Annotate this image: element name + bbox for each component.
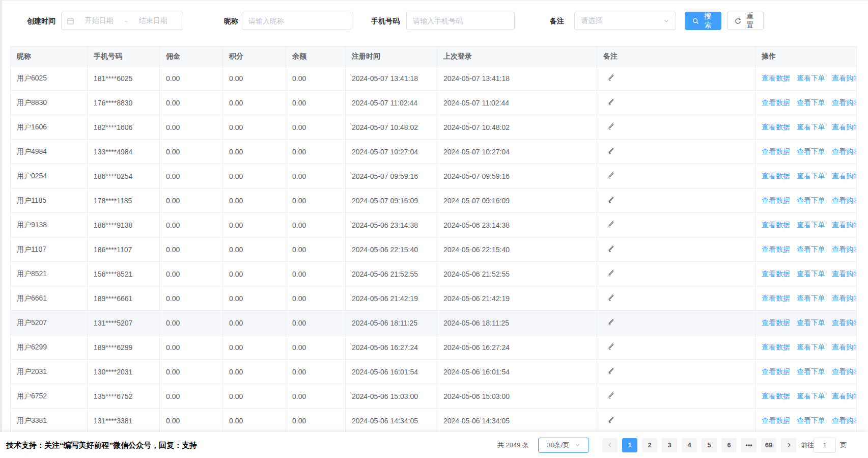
page-button-69[interactable]: 69: [761, 438, 776, 452]
create-time-range-picker[interactable]: 开始日期 - 结束日期: [61, 12, 183, 30]
view-order-link[interactable]: 查看下单: [797, 245, 825, 253]
remark-select-placeholder: 请选择: [581, 16, 602, 25]
page-button-5[interactable]: 5: [702, 438, 717, 452]
end-date-placeholder: 结束日期: [128, 16, 178, 25]
view-data-link[interactable]: 查看数据: [762, 416, 790, 424]
edit-remark-icon[interactable]: [607, 270, 614, 277]
edit-remark-icon[interactable]: [607, 196, 614, 203]
view-cart-link[interactable]: 查看购物车: [832, 196, 857, 204]
reset-button[interactable]: 重置: [727, 12, 764, 30]
view-order-link[interactable]: 查看下单: [797, 196, 825, 204]
view-cart-link[interactable]: 查看购物车: [832, 98, 857, 106]
table-row: 用户6025181****60250.000.000.002024-05-07 …: [11, 66, 857, 91]
view-order-link[interactable]: 查看下单: [797, 147, 825, 155]
page-button-3[interactable]: 3: [662, 438, 677, 452]
edit-remark-icon[interactable]: [607, 318, 614, 326]
view-cart-link[interactable]: 查看购物车: [832, 147, 857, 155]
view-order-link[interactable]: 查看下单: [797, 221, 825, 229]
edit-remark-icon[interactable]: [607, 172, 614, 179]
view-data-link[interactable]: 查看数据: [762, 318, 790, 327]
view-data-link[interactable]: 查看数据: [762, 123, 790, 131]
view-order-link[interactable]: 查看下单: [797, 123, 825, 131]
view-data-link[interactable]: 查看数据: [762, 172, 790, 180]
goto-page-input[interactable]: [814, 438, 836, 453]
edit-remark-icon[interactable]: [607, 123, 614, 130]
edit-remark-icon[interactable]: [607, 294, 614, 301]
nickname-input[interactable]: [242, 12, 351, 30]
table-row: 用户6752135****67520.000.000.002024-05-06 …: [11, 384, 857, 409]
view-cart-link[interactable]: 查看购物车: [832, 123, 857, 131]
view-order-link[interactable]: 查看下单: [797, 172, 825, 180]
view-data-link[interactable]: 查看数据: [762, 343, 790, 351]
view-order-link[interactable]: 查看下单: [797, 343, 825, 351]
page-button-4[interactable]: 4: [682, 438, 697, 452]
view-order-link[interactable]: 查看下单: [797, 98, 825, 106]
edit-remark-icon[interactable]: [607, 392, 614, 399]
column-header-points: 积分: [223, 47, 286, 66]
view-cart-link[interactable]: 查看购物车: [832, 74, 857, 82]
view-cart-link[interactable]: 查看购物车: [832, 343, 857, 351]
view-cart-link[interactable]: 查看购物车: [832, 367, 857, 375]
edit-remark-icon[interactable]: [607, 416, 614, 423]
view-data-link[interactable]: 查看数据: [762, 74, 790, 82]
prev-page-button[interactable]: [602, 438, 618, 452]
search-button-label: 搜索: [702, 12, 714, 30]
column-header-balance: 余额: [286, 47, 346, 66]
view-order-link[interactable]: 查看下单: [797, 270, 825, 278]
view-cart-link[interactable]: 查看购物车: [832, 270, 857, 278]
edit-remark-icon[interactable]: [607, 343, 614, 350]
view-data-link[interactable]: 查看数据: [762, 147, 790, 155]
view-order-link[interactable]: 查看下单: [797, 392, 825, 400]
page-button-1[interactable]: 1: [622, 438, 637, 452]
create-time-label: 创建时间: [27, 12, 55, 30]
cell-balance: 0.00: [286, 311, 346, 335]
view-data-link[interactable]: 查看数据: [762, 270, 790, 278]
page-button-2[interactable]: 2: [642, 438, 657, 452]
view-data-link[interactable]: 查看数据: [762, 367, 790, 375]
cell-remark: [597, 115, 755, 140]
nickname-label: 昵称: [224, 12, 238, 30]
page-button-6[interactable]: 6: [721, 438, 737, 452]
edit-remark-icon[interactable]: [607, 367, 614, 374]
left-scrollbar[interactable]: [0, 1, 2, 458]
table-row: 用户6661189****66610.000.000.002024-05-06 …: [11, 286, 857, 311]
view-data-link[interactable]: 查看数据: [762, 392, 790, 400]
search-button[interactable]: 搜索: [685, 12, 721, 30]
view-order-link[interactable]: 查看下单: [797, 318, 825, 327]
remark-select[interactable]: 请选择: [574, 12, 676, 30]
view-cart-link[interactable]: 查看购物车: [832, 392, 857, 400]
refresh-icon: [735, 18, 741, 24]
view-order-link[interactable]: 查看下单: [797, 416, 825, 424]
view-data-link[interactable]: 查看数据: [762, 221, 790, 229]
view-data-link[interactable]: 查看数据: [762, 98, 790, 106]
view-data-link[interactable]: 查看数据: [762, 245, 790, 253]
cell-points: 0.00: [223, 286, 286, 311]
edit-remark-icon[interactable]: [607, 74, 614, 81]
view-cart-link[interactable]: 查看购物车: [832, 245, 857, 253]
edit-remark-icon[interactable]: [607, 147, 614, 154]
view-cart-link[interactable]: 查看购物车: [832, 172, 857, 180]
view-data-link[interactable]: 查看数据: [762, 196, 790, 204]
next-page-button[interactable]: [781, 438, 796, 452]
edit-remark-icon[interactable]: [607, 245, 614, 252]
cell-commission: 0.00: [160, 66, 223, 91]
edit-remark-icon[interactable]: [607, 221, 614, 228]
view-cart-link[interactable]: 查看购物车: [832, 416, 857, 424]
view-order-link[interactable]: 查看下单: [797, 367, 825, 375]
view-data-link[interactable]: 查看数据: [762, 294, 790, 302]
cell-nickname: 用户9138: [11, 213, 88, 237]
phone-input[interactable]: [406, 12, 515, 30]
page-size-select[interactable]: 30条/页: [538, 438, 589, 453]
page-more-button[interactable]: •••: [741, 438, 757, 452]
cell-remark: [597, 360, 755, 384]
view-cart-link[interactable]: 查看购物车: [832, 294, 857, 302]
cell-remark: [597, 262, 755, 286]
cell-balance: 0.00: [286, 188, 346, 213]
view-order-link[interactable]: 查看下单: [797, 74, 825, 82]
view-order-link[interactable]: 查看下单: [797, 294, 825, 302]
table-row: 用户6299189****62990.000.000.002024-05-06 …: [11, 335, 857, 360]
view-cart-link[interactable]: 查看购物车: [832, 221, 857, 229]
cell-remark: [597, 66, 755, 91]
edit-remark-icon[interactable]: [607, 98, 614, 105]
view-cart-link[interactable]: 查看购物车: [832, 318, 857, 327]
